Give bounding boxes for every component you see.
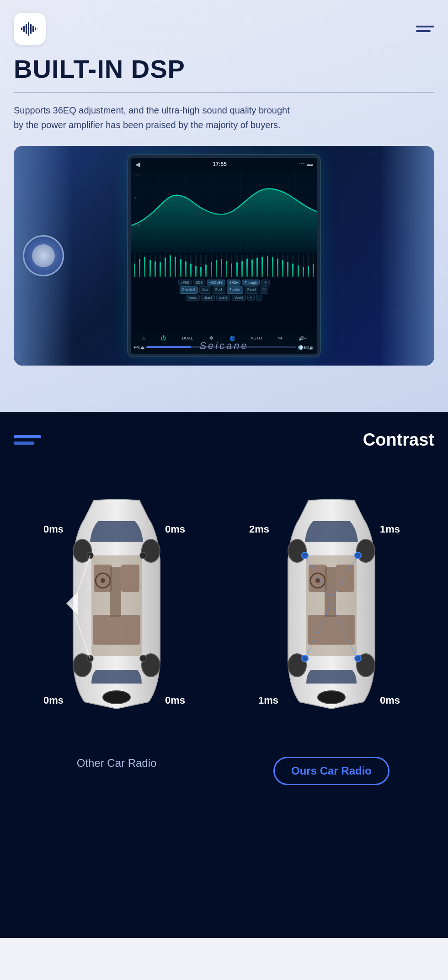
svg-text:-20: -20	[135, 223, 141, 227]
hamburger-button[interactable]	[416, 26, 434, 32]
add-preset-btn[interactable]: +	[247, 295, 255, 301]
title-divider	[14, 92, 434, 93]
contrast-lines-icon	[14, 435, 41, 445]
eq-preset-row-3: User1 User2 User3 User5 + -	[131, 295, 317, 301]
extra-btn[interactable]: •(•	[261, 280, 270, 285]
next-nav-icon[interactable]: ↪	[278, 335, 283, 341]
svg-rect-23	[121, 565, 139, 592]
contrast-title: Contrast	[363, 430, 434, 450]
svg-point-46	[357, 539, 375, 562]
info-btn[interactable]: ⓘ	[260, 286, 268, 294]
eq-btn-rows: cFES DDE ▪▪DOLBY SRS● Through •(• Classi…	[131, 280, 317, 301]
user5-btn[interactable]: User5	[232, 295, 246, 301]
description-text: Supports 36EQ adjustment, and the ultra-…	[14, 103, 297, 132]
svg-point-33	[140, 552, 146, 559]
auto-label: AUTO	[251, 336, 262, 340]
svg-point-36	[103, 691, 130, 704]
contrast-line-1	[14, 435, 41, 438]
fan-speed[interactable]: 💨	[298, 345, 303, 350]
left-delay-bottom-right: 0ms	[165, 695, 185, 706]
car-right-panel	[379, 146, 434, 366]
svg-rect-27	[110, 567, 121, 617]
remove-preset-btn[interactable]: -	[256, 295, 262, 301]
left-delay-bottom-left: 0ms	[43, 695, 64, 706]
cars-comparison: 0ms 0ms	[14, 478, 434, 889]
svg-rect-40	[336, 565, 354, 592]
reset-btn[interactable]: Reset	[245, 286, 258, 294]
svg-point-43	[315, 578, 320, 583]
bottom-section: Contrast 0ms 0ms	[0, 412, 448, 938]
eq-sliders-row	[131, 253, 317, 278]
svg-rect-2	[26, 24, 27, 34]
prev-icon[interactable]: ↩	[133, 344, 138, 350]
vol-down-icon[interactable]: 🔉	[309, 345, 315, 350]
svg-text:0: 0	[135, 196, 138, 200]
screen-time: 17:55	[213, 161, 227, 167]
wifi-icon: 〰	[299, 161, 304, 167]
eq-preset-row-2: Classical Jazz Rock Popular Reset ⓘ	[131, 286, 317, 294]
vol-up-icon[interactable]: 🔊+	[299, 336, 307, 341]
battery-icon: ▬	[307, 161, 313, 167]
car-dashboard: ◀ 17:55 〰 ▬	[14, 146, 434, 366]
srs-btn[interactable]: SRS●	[227, 280, 241, 285]
svg-rect-3	[28, 22, 29, 36]
contrast-header: Contrast	[14, 412, 434, 459]
svg-point-26	[101, 578, 105, 583]
dde-btn[interactable]: DDE	[193, 280, 205, 285]
svg-point-45	[288, 539, 306, 562]
svg-point-53	[318, 691, 345, 704]
popular-btn[interactable]: Popular	[227, 286, 243, 294]
brand-text: Seicane	[199, 340, 249, 352]
dsp-screen-header: ◀ 17:55 〰 ▬	[131, 158, 317, 171]
eq-preset-row-1: cFES DDE ▪▪DOLBY SRS● Through •(•	[131, 280, 317, 285]
mode-icon[interactable]: ⏏	[140, 345, 144, 350]
jazz-btn[interactable]: Jazz	[199, 286, 211, 294]
home-nav-icon[interactable]: ⌂	[141, 335, 144, 341]
ours-car-radio-button[interactable]: Ours Car Radio	[273, 757, 389, 785]
dual-label: DUAL	[182, 336, 193, 340]
screen-icons: 〰 ▬	[299, 161, 313, 167]
dolby-btn[interactable]: ▪▪DOLBY	[207, 280, 225, 285]
dsp-image-container: ◀ 17:55 〰 ▬	[14, 146, 434, 366]
eq-graph: 30 0 -20	[131, 171, 317, 253]
classical-btn[interactable]: Classical	[180, 286, 198, 294]
user3-btn[interactable]: User3	[216, 295, 230, 301]
cfes-btn[interactable]: cFES	[178, 280, 192, 285]
user2-btn[interactable]: User2	[201, 295, 215, 301]
page-title: BUILT-IN DSP	[14, 54, 434, 84]
rock-btn[interactable]: Rock	[213, 286, 225, 294]
user1-btn[interactable]: User1	[186, 295, 200, 301]
dsp-screen: ◀ 17:55 〰 ▬	[128, 155, 320, 356]
right-delay-bottom-left: 1ms	[258, 695, 278, 706]
car-left-panel	[14, 146, 73, 366]
contrast-line-2	[14, 442, 34, 445]
right-car-side: 2ms 1ms	[229, 478, 434, 785]
svg-point-35	[140, 655, 146, 662]
right-delay-top-left: 2ms	[249, 523, 269, 535]
svg-rect-24	[93, 615, 140, 645]
power-nav-icon[interactable]: ⏻	[160, 335, 166, 341]
left-car-label: Other Car Radio	[77, 757, 157, 770]
svg-rect-4	[30, 24, 32, 34]
header	[14, 0, 434, 54]
car-emblem	[23, 235, 64, 276]
svg-rect-44	[325, 567, 336, 617]
svg-point-29	[142, 539, 160, 562]
logo-icon	[14, 13, 46, 45]
contrast-divider	[14, 459, 434, 459]
top-section: BUILT-IN DSP Supports 36EQ adjustment, a…	[0, 0, 448, 412]
svg-rect-6	[35, 27, 36, 30]
back-arrow-icon: ◀	[135, 161, 140, 168]
right-delay-bottom-right: 0ms	[380, 695, 400, 706]
svg-text:30: 30	[135, 173, 139, 177]
through-btn[interactable]: Through	[242, 280, 259, 285]
left-car-side: 0ms 0ms	[14, 478, 219, 770]
mode2-icon[interactable]: ≋	[303, 345, 307, 350]
